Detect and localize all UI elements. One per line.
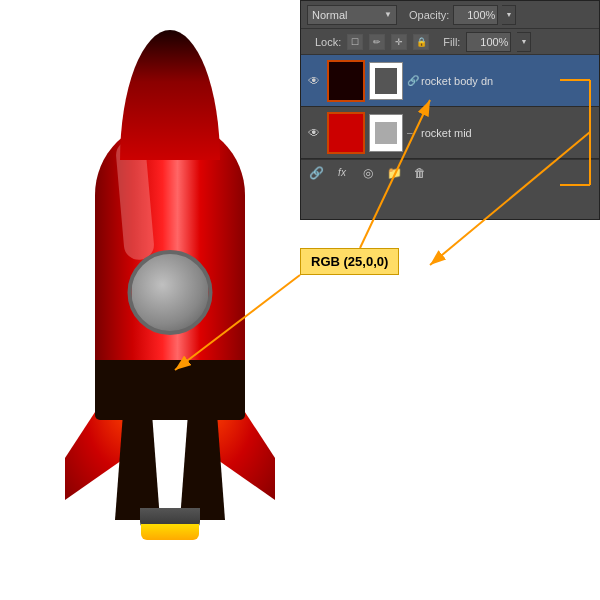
trash-icon[interactable]: 🗑 <box>411 164 429 182</box>
lock-icon-move[interactable]: ✛ <box>391 34 407 50</box>
lock-label: Lock: <box>315 36 341 48</box>
lock-icon-check[interactable]: ☐ <box>347 34 363 50</box>
lock-icon-all[interactable]: 🔒 <box>413 34 429 50</box>
fx-icon[interactable]: fx <box>333 164 351 182</box>
circle-icon[interactable]: ◎ <box>359 164 377 182</box>
fill-value: 100% <box>480 36 508 48</box>
opacity-arrow-icon: ▼ <box>505 11 512 18</box>
blend-mode-value: Normal <box>312 9 347 21</box>
layer-name-mid: rocket mid <box>421 127 595 139</box>
mask-preview <box>375 68 397 94</box>
rocket-illustration <box>60 30 280 590</box>
blend-mode-arrow: ▼ <box>384 10 392 19</box>
opacity-input[interactable]: 100% <box>453 5 498 25</box>
fill-label: Fill: <box>443 36 460 48</box>
layer-mask-body <box>369 62 403 100</box>
layer-thumb-preview <box>329 62 363 100</box>
blend-mode-select[interactable]: Normal ▼ <box>307 5 397 25</box>
panel-bottom-bar: 🔗 fx ◎ 📁 🗑 <box>301 159 599 185</box>
rocket-window <box>128 250 213 335</box>
layer-thumb-preview-mid <box>329 114 363 152</box>
rocket-nose <box>120 30 220 160</box>
rocket-mid-section <box>95 360 245 420</box>
layer-name-body: rocket body dn <box>421 75 595 87</box>
opacity-label: Opacity: <box>409 9 449 21</box>
chain-icon-mid: – <box>407 127 417 138</box>
fill-arrow[interactable]: ▼ <box>517 32 531 52</box>
mask-preview-mid <box>375 122 397 144</box>
fill-input[interactable]: 100% <box>466 32 511 52</box>
lock-fill-row: Lock: ☐ ✏ ✛ 🔒 Fill: 100% ▼ <box>301 29 599 55</box>
layer-row-rocket-body[interactable]: 👁 🔗 rocket body dn <box>301 55 599 107</box>
folder-icon[interactable]: 📁 <box>385 164 403 182</box>
fill-arrow-icon: ▼ <box>520 38 527 45</box>
blend-opacity-row: Normal ▼ Opacity: 100% ▼ <box>301 1 599 29</box>
layers-list: 👁 🔗 rocket body dn 👁 – rocket mid <box>301 55 599 159</box>
layer-mask-mid <box>369 114 403 152</box>
opacity-value: 100% <box>467 9 495 21</box>
layer-thumbnail-mid <box>327 112 365 154</box>
layer-row-rocket-mid[interactable]: 👁 – rocket mid <box>301 107 599 159</box>
layer-thumbnail-body <box>327 60 365 102</box>
chain-icon: 🔗 <box>407 75 417 86</box>
tooltip-text: RGB (25,0,0) <box>311 254 388 269</box>
color-tooltip: RGB (25,0,0) <box>300 248 399 275</box>
layers-panel: Normal ▼ Opacity: 100% ▼ Lock: ☐ ✏ ✛ 🔒 F… <box>300 0 600 220</box>
lock-icon-brush[interactable]: ✏ <box>369 34 385 50</box>
rocket-flame-ring <box>141 524 199 540</box>
layer-visibility-icon[interactable]: 👁 <box>305 72 323 90</box>
link-icon[interactable]: 🔗 <box>307 164 325 182</box>
layer-visibility-icon-mid[interactable]: 👁 <box>305 124 323 142</box>
opacity-arrow[interactable]: ▼ <box>502 5 516 25</box>
